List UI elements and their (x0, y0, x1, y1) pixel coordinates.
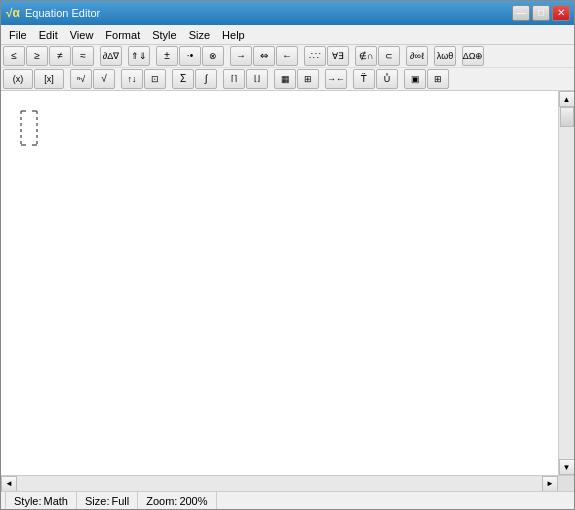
status-zoom-value: 200% (179, 495, 207, 507)
tb-forall[interactable]: ∀∃ (327, 46, 349, 66)
tb-uparrow-matrix[interactable]: ⇑⇓ (128, 46, 150, 66)
tb-sum[interactable]: Σ (172, 69, 194, 89)
tb-tensor[interactable]: ⊗ (202, 46, 224, 66)
tb-box2[interactable]: ▣ (404, 69, 426, 89)
menu-file[interactable]: File (3, 27, 33, 43)
tb-floor[interactable]: ⌊⌋ (246, 69, 268, 89)
scroll-right-button[interactable]: ► (542, 476, 558, 492)
scroll-corner (558, 476, 574, 492)
menu-bar: File Edit View Format Style Size Help (1, 25, 574, 45)
scrollbar-horizontal: ◄ ► (1, 475, 574, 491)
tb-rightarrow[interactable]: → (230, 46, 252, 66)
status-zoom: Zoom: 200% (138, 492, 216, 509)
minimize-button[interactable]: — (512, 5, 530, 21)
toolbar-row-1: ≤ ≥ ≠ ≈ ∂Δ∇ ⇑⇓ ± ·• ⊗ → ⇔ ← ∴∵ ∀∃ ∉∩ ⊂ ∂… (1, 45, 574, 68)
menu-format[interactable]: Format (99, 27, 146, 43)
editor-wrapper: ▲ ▼ ◄ ► (1, 91, 574, 491)
scroll-track-vertical[interactable] (559, 107, 574, 459)
title-bar-buttons: — □ ✕ (512, 5, 570, 21)
toolbar-area: ≤ ≥ ≠ ≈ ∂Δ∇ ⇑⇓ ± ·• ⊗ → ⇔ ← ∴∵ ∀∃ ∉∩ ⊂ ∂… (1, 45, 574, 91)
scroll-down-button[interactable]: ▼ (559, 459, 575, 475)
tb-geq[interactable]: ≥ (26, 46, 48, 66)
tb-subscript[interactable]: ↑↓ (121, 69, 143, 89)
main-content: ▲ ▼ ◄ ► (1, 91, 574, 491)
menu-style[interactable]: Style (146, 27, 182, 43)
status-size-label: Size: (85, 495, 109, 507)
tb-brackets[interactable]: [x] (34, 69, 64, 89)
toolbar-row-2: (x) [x] ⁿ√ √ ↑↓ ⊡ Σ ∫ ⌈⌉ ⌊⌋ ▦ ⊞ →← T̈ Ů … (1, 68, 574, 90)
tb-approx[interactable]: ≈ (72, 46, 94, 66)
menu-size[interactable]: Size (183, 27, 216, 43)
scroll-thumb-vertical[interactable] (560, 107, 574, 127)
tb-sqrt[interactable]: √ (93, 69, 115, 89)
tb-matrix2[interactable]: ⊞ (297, 69, 319, 89)
tb-doublearrow[interactable]: ⇔ (253, 46, 275, 66)
equation-editor-window: √α Equation Editor — □ ✕ File Edit View … (0, 0, 575, 510)
status-size: Size: Full (77, 492, 138, 509)
tb-arrows2[interactable]: →← (325, 69, 347, 89)
title-bar: √α Equation Editor — □ ✕ (1, 1, 574, 25)
status-bar: Style: Math Size: Full Zoom: 200% (1, 491, 574, 509)
tb-notin[interactable]: ∉∩ (355, 46, 377, 66)
tb-nthroot[interactable]: ⁿ√ (70, 69, 92, 89)
status-style: Style: Math (5, 492, 77, 509)
status-zoom-label: Zoom: (146, 495, 177, 507)
tb-diacritic2[interactable]: Ů (376, 69, 398, 89)
scroll-track-horizontal[interactable] (17, 476, 542, 491)
tb-diacritic1[interactable]: T̈ (353, 69, 375, 89)
status-size-value: Full (111, 495, 129, 507)
tb-ceiling[interactable]: ⌈⌉ (223, 69, 245, 89)
window-title: Equation Editor (25, 7, 512, 19)
tb-leftarrow[interactable]: ← (276, 46, 298, 66)
tb-integral[interactable]: ∫ (195, 69, 217, 89)
tb-leq[interactable]: ≤ (3, 46, 25, 66)
scroll-up-button[interactable]: ▲ (559, 91, 575, 107)
app-icon: √α (5, 5, 21, 21)
equation-brackets (17, 109, 41, 147)
tb-partial[interactable]: ∂Δ∇ (100, 46, 122, 66)
tb-grid[interactable]: ⊞ (427, 69, 449, 89)
tb-therefore[interactable]: ∴∵ (304, 46, 326, 66)
menu-help[interactable]: Help (216, 27, 251, 43)
status-style-value: Math (44, 495, 68, 507)
scrollbar-vertical: ▲ ▼ (558, 91, 574, 475)
tb-parens[interactable]: (x) (3, 69, 33, 89)
tb-delta-omega[interactable]: ΔΩ⊕ (462, 46, 484, 66)
tb-plusminus[interactable]: ± (156, 46, 178, 66)
maximize-button[interactable]: □ (532, 5, 550, 21)
tb-neq[interactable]: ≠ (49, 46, 71, 66)
tb-subset[interactable]: ⊂ (378, 46, 400, 66)
editor-content (1, 91, 574, 475)
menu-edit[interactable]: Edit (33, 27, 64, 43)
tb-cdot[interactable]: ·• (179, 46, 201, 66)
tb-partial2[interactable]: ∂∞ℓ (406, 46, 428, 66)
menu-view[interactable]: View (64, 27, 100, 43)
editor-area[interactable]: ▲ ▼ (1, 91, 574, 475)
tb-box[interactable]: ⊡ (144, 69, 166, 89)
scroll-left-button[interactable]: ◄ (1, 476, 17, 492)
status-style-label: Style: (14, 495, 42, 507)
tb-matrix1[interactable]: ▦ (274, 69, 296, 89)
tb-lambda[interactable]: λωθ (434, 46, 456, 66)
close-button[interactable]: ✕ (552, 5, 570, 21)
